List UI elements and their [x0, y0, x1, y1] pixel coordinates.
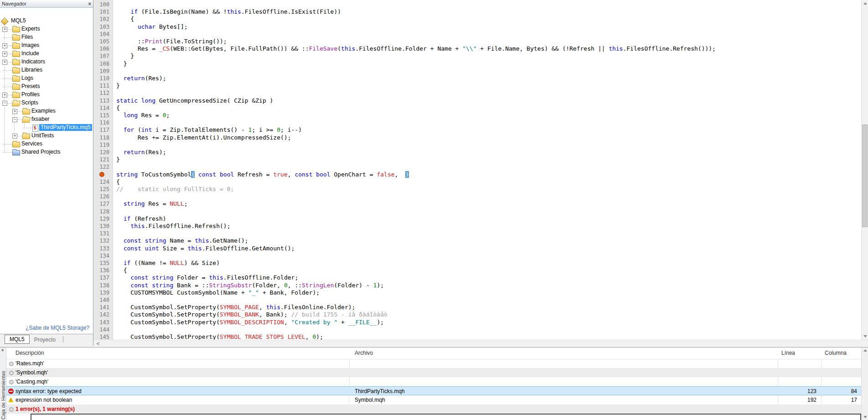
- tree-item-profiles[interactable]: +Profiles: [0, 91, 93, 99]
- scroll-up-icon[interactable]: [863, 349, 867, 352]
- tree-item-mql5[interactable]: MQL5: [0, 17, 93, 25]
- issue-row[interactable]: expression not booleanSymbol.mqh19217: [6, 395, 861, 404]
- code-line[interactable]: 124{: [94, 178, 861, 186]
- collapse-icon[interactable]: −: [12, 117, 17, 122]
- code-line[interactable]: 108 }: [94, 60, 861, 67]
- tree-item-label[interactable]: Libraries: [20, 67, 44, 73]
- code-line[interactable]: 126: [94, 193, 861, 200]
- summary-row[interactable]: 1 error(s), 1 warning(s): [6, 404, 861, 414]
- tree-item-label[interactable]: Logs: [20, 75, 35, 82]
- code-line[interactable]: string ToCustomSymbol( const bool Refres…: [94, 171, 861, 178]
- tree-item-thirdpartyticks-mq5[interactable]: ThirdPartyTicks.mq5: [0, 124, 93, 132]
- code-line[interactable]: 100: [94, 1, 861, 8]
- tree-item-files[interactable]: Files: [0, 33, 93, 41]
- code-line[interactable]: 138 const string Bank = ::StringSubstr(F…: [94, 282, 861, 289]
- tab-proyecto[interactable]: Proyecto: [30, 336, 60, 344]
- column-header-line[interactable]: Línea: [781, 347, 817, 358]
- code-line[interactable]: 135 if ((Name != NULL) && Size): [94, 259, 861, 267]
- column-header-file[interactable]: Archivo: [355, 347, 773, 358]
- code-line[interactable]: 113static long GetUncompressedSize( CZip…: [94, 97, 861, 104]
- issue-row[interactable]: syntax error: type expectedThirdPartyTic…: [6, 386, 861, 395]
- code-line[interactable]: 140: [94, 296, 861, 304]
- mql5-storage-link[interactable]: ¿Sabe de MQL5 Storage?: [26, 325, 89, 331]
- code-line[interactable]: 125// static ulong FullTicks = 0;: [94, 186, 861, 193]
- tree-item-label[interactable]: Include: [20, 50, 41, 57]
- close-icon[interactable]: ×: [88, 0, 91, 7]
- scroll-up-icon[interactable]: [863, 2, 867, 5]
- tree-item-unittests[interactable]: +UnitTests: [0, 132, 93, 140]
- collapse-icon[interactable]: −: [2, 101, 7, 106]
- tree-item-label[interactable]: ThirdPartyTicks.mq5: [39, 124, 92, 131]
- error-marker-icon[interactable]: [99, 172, 104, 177]
- code-line[interactable]: 103 uchar Bytes[];: [94, 23, 861, 31]
- scroll-left-icon[interactable]: <: [95, 341, 101, 347]
- code-editor[interactable]: 100101 if (File.IsBegin(Name) && !this.F…: [94, 0, 868, 340]
- expand-icon[interactable]: +: [2, 52, 7, 57]
- tree-item-indicators[interactable]: +Indicators: [0, 58, 93, 66]
- toolbox-tab-label[interactable]: Caja de Herramientas: [0, 371, 6, 420]
- expand-icon[interactable]: +: [2, 60, 7, 65]
- code-line[interactable]: 117 for (int i = Zip.TotalElements() - 1…: [94, 126, 861, 134]
- code-line[interactable]: 144: [94, 326, 861, 333]
- code-line[interactable]: 102 {: [94, 16, 861, 23]
- expand-icon[interactable]: +: [2, 43, 7, 48]
- code-line[interactable]: 145 CustomSymbol.SetProperty(SYMBOL_TRAD…: [94, 333, 861, 340]
- tree-item-label[interactable]: fxsaber: [30, 116, 51, 123]
- code-line[interactable]: 101 if (File.IsBegin(Name) && !this.File…: [94, 8, 861, 16]
- toolbox-scrollbar[interactable]: [861, 347, 868, 420]
- tree-item-label[interactable]: Indicators: [20, 58, 46, 65]
- tree-item-label[interactable]: MQL5: [10, 17, 27, 24]
- tree-item-libraries[interactable]: Libraries: [0, 66, 93, 74]
- code-line[interactable]: 143 CustomSymbol.SetProperty(SYMBOL_DESC…: [94, 319, 861, 326]
- code-line[interactable]: 118 Res += Zip.ElementAt(i).Uncompressed…: [94, 134, 861, 141]
- scroll-down-icon[interactable]: [863, 416, 867, 418]
- issue-row[interactable]: 'Casting.mqh': [6, 377, 861, 386]
- tree-item-label[interactable]: Images: [20, 42, 41, 49]
- code-line[interactable]: 127 string Res = NULL;: [94, 200, 861, 207]
- code-line[interactable]: 132 const string Name = this.GetName();: [94, 237, 861, 244]
- code-line[interactable]: 106 Res = _CS(WEB::Get(Bytes, File.FullP…: [94, 45, 861, 52]
- column-header-col[interactable]: Columna: [825, 347, 858, 358]
- code-line[interactable]: 110 return(Res);: [94, 75, 861, 82]
- tree-item-logs[interactable]: Logs: [0, 74, 93, 83]
- close-icon[interactable]: ×: [1, 348, 4, 353]
- column-header-desc[interactable]: Descripción: [16, 347, 341, 358]
- code-line[interactable]: 139 CUSTOMSYMBOL CustomSymbol(Name + "_"…: [94, 289, 861, 296]
- code-line[interactable]: 115 long Res = 0;: [94, 112, 861, 119]
- tree-item-scripts[interactable]: −Scripts: [0, 99, 93, 107]
- code-line[interactable]: 129 if (Refresh): [94, 215, 861, 223]
- expand-icon[interactable]: +: [2, 93, 7, 98]
- code-line[interactable]: 109: [94, 67, 861, 75]
- code-line[interactable]: 104: [94, 31, 861, 38]
- tree-item-label[interactable]: Scripts: [20, 99, 40, 106]
- code-line[interactable]: 119: [94, 141, 861, 149]
- tree-item-presets[interactable]: Presets: [0, 83, 93, 91]
- tree-item-images[interactable]: +Images: [0, 41, 93, 50]
- code-line[interactable]: 131: [94, 230, 861, 237]
- tree-item-label[interactable]: Profiles: [20, 91, 41, 98]
- tree-item-label[interactable]: Files: [20, 34, 34, 41]
- code-line[interactable]: 112: [94, 89, 861, 97]
- code-line[interactable]: 107 }: [94, 52, 861, 60]
- issue-row[interactable]: 'Symbol.mqh': [6, 368, 861, 377]
- editor-horizontal-scrollbar[interactable]: <: [94, 340, 868, 347]
- code-line[interactable]: 137 const string Folder = this.FilesOffl…: [94, 274, 861, 281]
- tree-item-experts[interactable]: +Experts: [0, 25, 93, 33]
- tree-item-label[interactable]: Presets: [20, 83, 41, 90]
- code-line[interactable]: 136 {: [94, 267, 861, 274]
- scrollbar-thumb[interactable]: [862, 124, 868, 227]
- code-line[interactable]: 142 CustomSymbol.SetProperty(SYMBOL_BANK…: [94, 311, 861, 318]
- code-line[interactable]: 120 return(Res);: [94, 149, 861, 156]
- issue-row[interactable]: 'Rates.mqh': [6, 359, 861, 368]
- tree-item-label[interactable]: Examples: [30, 108, 57, 114]
- tree-item-label[interactable]: UnitTests: [30, 132, 55, 139]
- tree-item-label[interactable]: Services: [20, 140, 44, 147]
- code-line[interactable]: 141 CustomSymbol.SetProperty(SYMBOL_PAGE…: [94, 304, 861, 311]
- tab-mql5[interactable]: MQL5: [5, 335, 30, 344]
- code-line[interactable]: 116: [94, 119, 861, 126]
- expand-icon[interactable]: +: [12, 109, 17, 114]
- expand-icon[interactable]: +: [12, 134, 17, 139]
- expand-icon[interactable]: +: [2, 27, 7, 32]
- code-line[interactable]: 122: [94, 163, 861, 171]
- tree-item-include[interactable]: +Include: [0, 50, 93, 58]
